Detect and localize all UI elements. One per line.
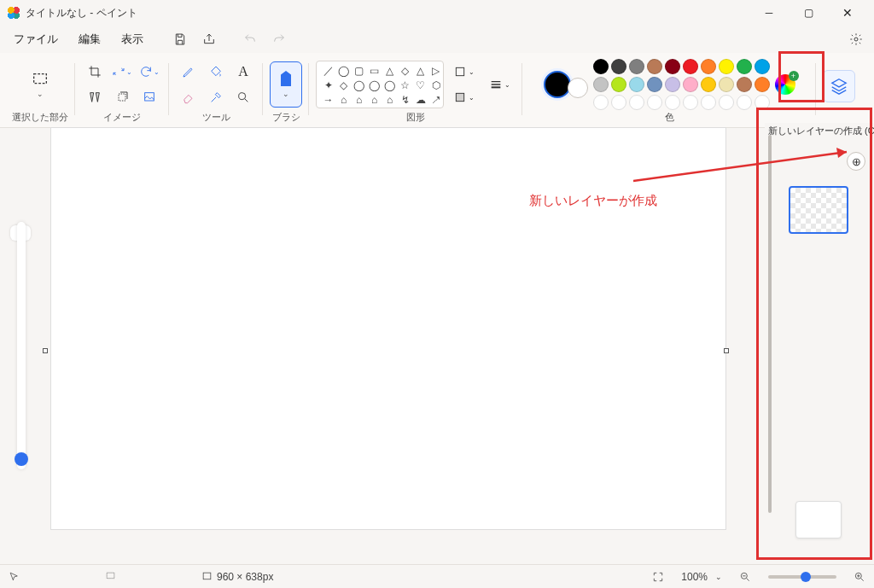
- shape-option[interactable]: △: [383, 65, 396, 77]
- shape-option[interactable]: ⌂: [368, 94, 381, 106]
- color-swatch[interactable]: [611, 59, 626, 74]
- shape-option[interactable]: ◯: [383, 79, 396, 91]
- menu-file[interactable]: ファイル: [5, 29, 67, 50]
- rotate-icon[interactable]: ⌄: [137, 60, 162, 84]
- layer-thumbnail-1[interactable]: [789, 186, 848, 234]
- shape-option[interactable]: ▭: [368, 65, 381, 77]
- edit-colors-icon[interactable]: [775, 74, 795, 95]
- shape-option[interactable]: ↯: [399, 94, 411, 106]
- shape-option[interactable]: →: [322, 94, 335, 106]
- color-swatch-empty[interactable]: [647, 95, 662, 110]
- zoom-value[interactable]: 100%⌄: [681, 571, 722, 583]
- shape-option[interactable]: ⬡: [429, 79, 442, 91]
- color-swatch[interactable]: [647, 77, 662, 92]
- shape-option[interactable]: ◯: [337, 65, 350, 77]
- shape-option[interactable]: ⌂: [337, 94, 350, 106]
- fit-screen-icon[interactable]: [652, 571, 664, 583]
- minimize-button[interactable]: ─: [749, 0, 789, 26]
- shape-option[interactable]: ◯: [368, 79, 381, 91]
- shape-option[interactable]: ◇: [399, 65, 411, 77]
- color-swatch-empty[interactable]: [611, 95, 626, 110]
- maximize-button[interactable]: ▢: [789, 0, 828, 26]
- color-swatch[interactable]: [683, 77, 698, 92]
- color-swatch-empty[interactable]: [629, 95, 644, 110]
- color-swatch[interactable]: [593, 59, 609, 74]
- brush-size-slider[interactable]: [17, 222, 26, 469]
- eraser-icon[interactable]: [176, 85, 201, 109]
- color-swatch[interactable]: [629, 77, 644, 92]
- shape-option[interactable]: ☁: [414, 94, 427, 106]
- shapes-gallery[interactable]: ／◯▢▭△◇△▷✦◇◯◯◯☆♡⬡→⌂⌂⌂⌂↯☁⭧: [316, 61, 444, 108]
- fill-icon[interactable]: [203, 60, 229, 84]
- crop-icon[interactable]: [82, 60, 108, 84]
- zoom-out-icon[interactable]: [739, 571, 751, 583]
- undo-icon[interactable]: [237, 27, 263, 51]
- brush-size-handle[interactable]: [15, 452, 28, 466]
- pencil-icon[interactable]: [176, 60, 201, 84]
- text-icon[interactable]: A: [230, 60, 256, 84]
- canvas[interactable]: [51, 128, 725, 529]
- shape-option[interactable]: ⌂: [383, 94, 396, 106]
- shape-option[interactable]: ⭧: [429, 94, 442, 106]
- color-swatch-empty[interactable]: [755, 95, 770, 110]
- color-swatch[interactable]: [629, 59, 644, 74]
- shape-option[interactable]: ◯: [353, 79, 365, 91]
- shape-option[interactable]: ◇: [337, 79, 350, 91]
- shape-outline-icon[interactable]: ⌄: [447, 60, 480, 84]
- image-prop-icon[interactable]: [137, 85, 162, 109]
- resize-handle-e[interactable]: [724, 348, 729, 353]
- menu-view[interactable]: 表示: [113, 29, 152, 50]
- color-swatch[interactable]: [593, 77, 609, 92]
- shape-option[interactable]: △: [414, 65, 427, 77]
- redo-icon[interactable]: [266, 27, 292, 51]
- color-swatch[interactable]: [755, 77, 770, 92]
- color-swatch[interactable]: [665, 59, 680, 74]
- color-swatch[interactable]: [683, 59, 698, 74]
- color-swatch[interactable]: [719, 59, 734, 74]
- color-swatch-empty[interactable]: [593, 95, 609, 110]
- color-swatch-empty[interactable]: [701, 95, 716, 110]
- shape-option[interactable]: ✦: [322, 79, 335, 91]
- menu-edit[interactable]: 編集: [70, 29, 109, 50]
- flip-icon[interactable]: [82, 85, 108, 109]
- color-swatch-empty[interactable]: [737, 95, 752, 110]
- layers-button[interactable]: [823, 70, 855, 102]
- color-swatch[interactable]: [737, 59, 752, 74]
- resize-handle-w[interactable]: [43, 348, 48, 353]
- color-swatch[interactable]: [701, 77, 716, 92]
- shape-option[interactable]: ／: [322, 65, 335, 77]
- shape-option[interactable]: ⌂: [353, 94, 365, 106]
- add-layer-button[interactable]: ⊕: [847, 152, 865, 171]
- color-swatch[interactable]: [755, 59, 770, 74]
- magnify-icon[interactable]: [230, 85, 256, 109]
- color-swatch-empty[interactable]: [665, 95, 680, 110]
- skew-icon[interactable]: [109, 85, 135, 109]
- zoom-in-icon[interactable]: [854, 571, 865, 583]
- brush-tool[interactable]: ⌄: [270, 61, 302, 108]
- shape-option[interactable]: ♡: [414, 79, 427, 91]
- color-primary[interactable]: [544, 71, 571, 98]
- close-button[interactable]: ✕: [828, 0, 867, 26]
- color-swatch[interactable]: [647, 59, 662, 74]
- color-swatch-empty[interactable]: [683, 95, 698, 110]
- picker-icon[interactable]: [203, 85, 229, 109]
- color-swatch-empty[interactable]: [719, 95, 734, 110]
- color-secondary[interactable]: [568, 78, 588, 98]
- settings-icon[interactable]: [843, 27, 869, 51]
- shape-option[interactable]: ▷: [429, 65, 442, 77]
- layers-scrollbar[interactable]: [768, 135, 772, 513]
- shape-option[interactable]: ▢: [353, 65, 365, 77]
- line-width-icon[interactable]: ⌄: [483, 73, 516, 96]
- color-swatch[interactable]: [701, 59, 716, 74]
- background-thumbnail[interactable]: [795, 501, 842, 539]
- save-icon[interactable]: [167, 27, 193, 51]
- share-icon[interactable]: [196, 27, 222, 51]
- resize-icon[interactable]: ⌄: [109, 60, 135, 84]
- color-swatch[interactable]: [611, 77, 626, 92]
- select-tool[interactable]: ⌄: [24, 62, 56, 107]
- color-swatch[interactable]: [719, 77, 734, 92]
- shape-fill-icon[interactable]: ⌄: [447, 85, 480, 109]
- color-swatch[interactable]: [737, 77, 752, 92]
- shape-option[interactable]: ☆: [399, 79, 411, 91]
- color-swatch[interactable]: [665, 77, 680, 92]
